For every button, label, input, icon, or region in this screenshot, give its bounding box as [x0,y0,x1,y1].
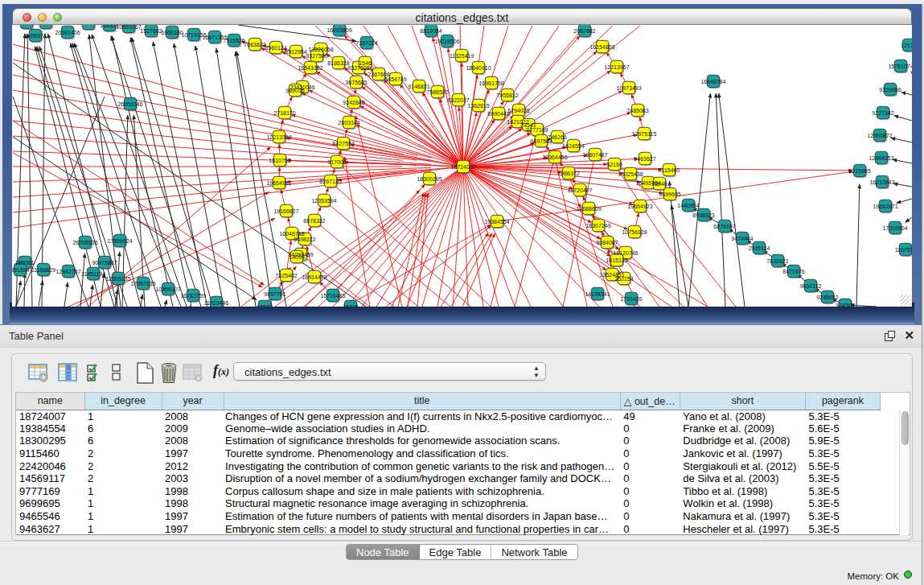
svg-text:7588520: 7588520 [426,89,448,95]
svg-text:14099: 14099 [289,254,305,260]
svg-text:15751074: 15751074 [888,64,912,69]
svg-text:11156829: 11156829 [31,267,55,273]
svg-text:7515526: 7515526 [223,38,244,43]
svg-text:1527602: 1527602 [140,28,162,34]
svg-text:10973493: 10973493 [616,85,641,91]
svg-text:12942757: 12942757 [55,269,80,274]
svg-text:12213369: 12213369 [266,134,291,140]
svg-text:16120746: 16120746 [613,250,638,256]
svg-text:1546: 1546 [359,60,372,66]
svg-text:1167533: 1167533 [895,247,912,253]
svg-text:7357224: 7357224 [355,40,377,46]
svg-text:1440954: 1440954 [677,203,699,208]
svg-text:9327508: 9327508 [347,65,369,71]
svg-text:9242848: 9242848 [343,100,364,105]
svg-text:17957235: 17957235 [130,281,155,286]
svg-text:7955812: 7955812 [496,93,518,98]
svg-text:19384554: 19384554 [484,219,509,225]
svg-text:8878332: 8878332 [303,218,325,224]
svg-text:7625402: 7625402 [275,273,297,278]
svg-text:16914479: 16914479 [302,274,326,280]
svg-text:10688609: 10688609 [576,206,601,212]
svg-text:98046: 98046 [651,181,667,187]
svg-text:12975115: 12975115 [632,131,657,137]
svg-text:9329966: 9329966 [879,87,901,93]
svg-text:7485063: 7485063 [626,108,648,113]
svg-text:9498222: 9498222 [294,237,315,242]
svg-text:9227342: 9227342 [872,110,893,116]
svg-text:1624554: 1624554 [562,143,584,149]
svg-text:16154808: 16154808 [589,44,614,50]
svg-text:17359924: 17359924 [107,238,132,244]
svg-text:26053346: 26053346 [117,101,142,107]
svg-text:12172: 12172 [901,43,912,48]
svg-text:8454749: 8454749 [384,76,406,82]
svg-text:9245652: 9245652 [816,295,838,300]
svg-text:1362615: 1362615 [467,103,489,109]
svg-text:9657791: 9657791 [264,291,285,297]
svg-text:11451194: 11451194 [81,271,105,277]
svg-text:989015: 989015 [285,88,304,93]
svg-text:19218506: 19218506 [434,39,459,44]
svg-text:17016504: 17016504 [882,225,907,231]
svg-text:62160: 62160 [606,162,622,167]
svg-text:9146821: 9146821 [408,84,429,89]
svg-text:7663822: 7663822 [244,42,265,47]
svg-text:2087682: 2087682 [573,28,595,34]
svg-text:13226058: 13226058 [308,47,333,52]
svg-text:8267130: 8267130 [319,179,341,184]
svg-text:2718170: 2718170 [273,110,295,116]
svg-text:96577: 96577 [257,304,273,307]
svg-text:10958107: 10958107 [155,286,180,292]
svg-text:885061: 885061 [15,260,34,266]
svg-text:19692971: 19692971 [873,204,897,209]
svg-text:18300295: 18300295 [417,176,441,182]
svg-text:8471676: 8471676 [782,269,804,274]
svg-text:9699695: 9699695 [659,192,680,197]
svg-text:2935114: 2935114 [749,245,770,251]
svg-text:8960124: 8960124 [265,45,286,51]
svg-text:9115460: 9115460 [659,167,680,173]
svg-text:10653267: 10653267 [116,25,141,30]
svg-text:12093872: 12093872 [867,133,892,138]
svg-text:18724007: 18724007 [450,164,475,170]
svg-text:9654112: 9654112 [800,283,822,289]
svg-text:11923446: 11923446 [204,300,229,306]
svg-text:8322037: 8322037 [447,97,469,103]
svg-text:16648784: 16648784 [700,79,725,84]
svg-text:9084067: 9084067 [596,240,618,245]
svg-text:746266: 746266 [548,134,566,140]
svg-text:16961758: 16961758 [478,80,503,86]
svg-text:12505135: 12505135 [105,276,130,282]
svg-text:18640910: 18640910 [466,65,491,71]
svg-text:19166827: 19166827 [273,208,298,214]
svg-text:917006: 917006 [327,159,346,165]
svg-text:10025438: 10025438 [618,171,643,177]
svg-text:1615132: 1615132 [606,257,627,263]
svg-text:18307249: 18307249 [585,223,610,229]
svg-text:11325419: 11325419 [450,53,474,59]
svg-text:14138141: 14138141 [585,291,610,297]
svg-text:924565: 924565 [836,303,854,307]
svg-text:15716485: 15716485 [320,293,345,299]
svg-text:8427552: 8427552 [332,141,354,146]
svg-text:7986372: 7986372 [557,171,579,176]
svg-text:26206536: 26206536 [72,240,97,245]
svg-text:15716: 15716 [343,304,359,307]
svg-text:8912954: 8912954 [285,49,306,55]
svg-text:1733426: 1733426 [620,296,642,302]
svg-text:2803144: 2803144 [338,120,359,126]
svg-text:6879197: 6879197 [713,224,735,229]
svg-text:9463627: 9463627 [634,156,655,162]
svg-text:9327500: 9327500 [306,53,327,59]
svg-text:12444153: 12444153 [869,155,893,161]
svg-text:20364456: 20364456 [542,154,567,160]
svg-text:8186328: 8186328 [327,60,349,66]
svg-text:6966160: 6966160 [161,30,183,35]
svg-text:16210643: 16210643 [869,179,894,185]
svg-text:9474444: 9474444 [731,236,753,241]
svg-text:19654923: 19654923 [627,204,652,209]
svg-text:6794028: 6794028 [507,108,529,113]
svg-text:16543382: 16543382 [298,65,322,71]
svg-text:8215955: 8215955 [848,168,870,174]
